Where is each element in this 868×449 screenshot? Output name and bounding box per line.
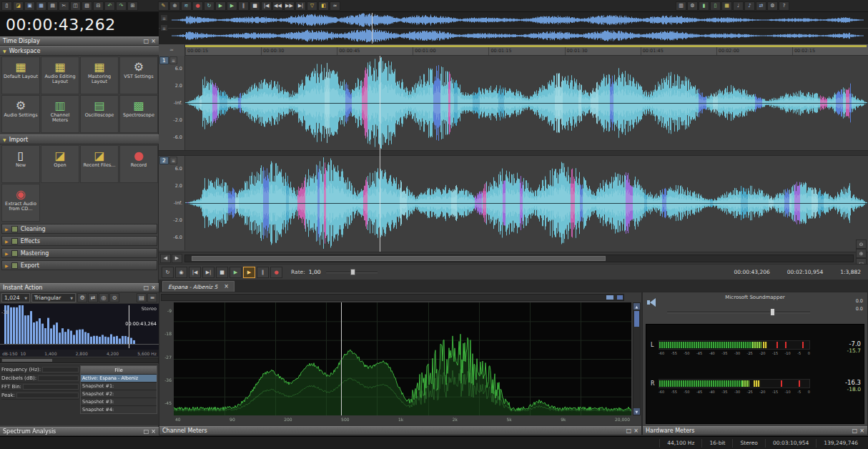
gain-slider-handle[interactable]	[770, 308, 775, 316]
close-icon[interactable]: ×	[859, 428, 864, 434]
playhead-cursor[interactable]	[380, 56, 380, 252]
repeat-button[interactable]: ⊞	[127, 1, 138, 11]
open-button[interactable]: ◪ Open	[41, 145, 79, 183]
channel-meters-button[interactable]: ▥ Channel Meters	[41, 95, 79, 133]
channel-splitter[interactable]	[159, 150, 868, 156]
h-scroll-thumb[interactable]	[192, 256, 606, 261]
sa-scroll-thumb[interactable]	[2, 359, 52, 362]
go-to-end-button[interactable]: ▶|	[295, 1, 306, 11]
import-section-header[interactable]: ▼ Import	[0, 134, 159, 144]
preferences-button[interactable]: ⚙	[767, 1, 778, 11]
undo-button[interactable]: ↶	[104, 1, 115, 11]
smoothing-window-select[interactable]: Triangular ▼	[31, 293, 76, 302]
close-icon[interactable]: ×	[633, 428, 638, 434]
fft-size-select[interactable]: 1,024 ▼	[1, 293, 30, 302]
go-to-end-button[interactable]: ▶|	[202, 267, 214, 278]
region-button[interactable]: ◧	[318, 1, 329, 11]
cm-h-scrollbar[interactable]	[161, 294, 624, 301]
overview-waveform-canvas[interactable]	[159, 12, 868, 44]
midi-button[interactable]: ♪	[744, 1, 755, 11]
trim-button[interactable]: ⊟	[93, 1, 104, 11]
stop-button[interactable]: ■	[250, 1, 260, 11]
help-button[interactable]: ?	[779, 1, 789, 11]
file-row-active[interactable]: Active: Espana - Albeniz	[81, 374, 157, 382]
sa-sync-button[interactable]: ⇄	[88, 293, 98, 302]
oscilloscope-button[interactable]: ▤ Oscilloscope	[80, 95, 119, 133]
extract-audio-button[interactable]: ◉ Extract Audio from CD...	[1, 184, 40, 222]
spectroscope-button[interactable]: ▩ Spectroscope	[119, 95, 158, 133]
default-layout-button[interactable]: ▦ Default Layout	[1, 56, 40, 94]
workspace-section-header[interactable]: ▼ Workspace	[0, 46, 159, 56]
play-all-button[interactable]: ▶	[243, 267, 255, 278]
hardware-meters-caption[interactable]: Hardware Meters □ ×	[643, 426, 867, 435]
rewind-button[interactable]: ◀◀	[272, 1, 283, 11]
rate-slider[interactable]	[326, 269, 378, 275]
close-icon[interactable]: ×	[224, 284, 229, 290]
rate-slider-handle[interactable]	[350, 269, 355, 275]
record-button[interactable]: ●	[270, 267, 282, 278]
sa-snapshot-button[interactable]: ⊙	[109, 293, 119, 302]
float-icon[interactable]: □	[852, 428, 858, 434]
file-row-snapshot-2[interactable]: Snapshot #2:	[81, 390, 157, 398]
sa-menu-button[interactable]: ≡	[147, 293, 157, 302]
go-to-start-button[interactable]: |◀	[189, 267, 201, 278]
sync-button[interactable]: ⇄	[756, 1, 766, 11]
overview-options-icon[interactable]: ≡	[160, 24, 168, 31]
loop-playback-button[interactable]: ↻	[162, 267, 174, 278]
properties-button[interactable]: ▤	[47, 1, 58, 11]
audio-locator-button[interactable]: ◉	[175, 267, 187, 278]
channel-2-badge[interactable]: 2	[159, 157, 169, 164]
scroll-down-icon[interactable]: ▼	[633, 408, 640, 415]
scroll-right-button[interactable]: ▶	[172, 254, 182, 263]
channel-meters-caption[interactable]: Channel Meters □ ×	[159, 426, 641, 435]
play-button[interactable]: ▶	[227, 1, 237, 11]
cm-dock-icon[interactable]	[617, 295, 623, 300]
cut-button[interactable]: ✂	[59, 1, 69, 11]
float-icon[interactable]: □	[626, 428, 632, 434]
plugin-chain-button[interactable]: ⚙	[687, 1, 698, 11]
save-button[interactable]: ▣	[24, 1, 35, 11]
scroll-left-button[interactable]: ◀	[160, 254, 171, 263]
document-tab[interactable]: Espana - Albeniz 5 ×	[162, 281, 235, 292]
instant-action-caption[interactable]: Instant Action □ ×	[0, 283, 159, 292]
section-mastering[interactable]: ▶ Mastering	[1, 248, 157, 258]
float-icon[interactable]: □	[144, 429, 149, 435]
pause-button[interactable]: ∥	[257, 267, 269, 278]
vst-settings-button[interactable]: ⚙ VST Settings	[119, 56, 158, 94]
mastering-layout-button[interactable]: ▦ Mastering Layout	[80, 56, 119, 94]
channel-1-waveform-canvas[interactable]	[185, 57, 867, 149]
stop-button[interactable]: ■	[216, 267, 228, 278]
output-gain-slider[interactable]	[667, 308, 810, 316]
edit-tool-button[interactable]: ✎	[158, 1, 169, 11]
file-row-snapshot-1[interactable]: Snapshot #1:	[81, 382, 157, 390]
copy-button[interactable]: ◫	[70, 1, 81, 11]
spectrum-analysis-caption[interactable]: Spectrum Analysis □ ×	[0, 427, 159, 436]
record-button[interactable]: ●	[192, 1, 203, 11]
channel-2-waveform-canvas[interactable]	[185, 157, 867, 249]
overview-options-icon[interactable]: ≡	[160, 14, 168, 21]
close-icon[interactable]: ×	[151, 39, 156, 44]
sa-settings-button[interactable]: ⚙	[77, 293, 87, 302]
time-display-caption[interactable]: Time Display □ ×	[0, 36, 159, 46]
mixer-button[interactable]: ▥	[676, 1, 686, 11]
go-to-start-button[interactable]: |◀	[261, 1, 272, 11]
open-file-button[interactable]: ◪	[13, 1, 24, 11]
ruler-corner[interactable]: ≈	[159, 44, 185, 56]
recent-files-button[interactable]: ◪ Recent Files...	[80, 145, 119, 183]
zoom-out-button[interactable]: ⊖	[856, 240, 867, 249]
overview-strip[interactable]: ≡ ≡	[159, 12, 868, 44]
cm-v-scrollbar[interactable]: ▲ ▼	[633, 302, 641, 415]
audio-settings-button[interactable]: ⚙ Audio Settings	[1, 95, 40, 133]
cm-h-scroll-thumb[interactable]	[606, 295, 613, 300]
zoom-in-button[interactable]: ⊕	[856, 249, 867, 258]
marker-button[interactable]: ▽	[307, 1, 317, 11]
section-cleaning[interactable]: ▶ Cleaning	[1, 224, 157, 234]
close-icon[interactable]: ×	[151, 285, 156, 291]
float-icon[interactable]: □	[144, 285, 149, 291]
scroll-up-icon[interactable]: ▲	[633, 303, 640, 310]
h-scrollbar[interactable]	[184, 255, 854, 262]
redo-button[interactable]: ↷	[116, 1, 127, 11]
channel-2-options-icon[interactable]: ≡	[169, 157, 177, 164]
file-row-snapshot-4[interactable]: Snapshot #4:	[81, 405, 157, 413]
channel-meters-button[interactable]: ▯	[710, 1, 721, 11]
